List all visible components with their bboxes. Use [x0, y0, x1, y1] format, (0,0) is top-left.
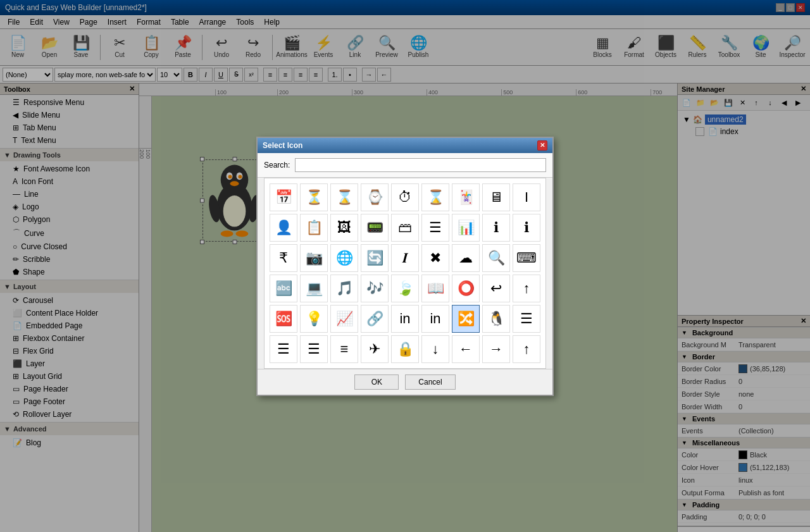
icon-cell-31[interactable]: 🍃: [391, 275, 419, 302]
icon-cell-23[interactable]: ✖: [421, 244, 449, 272]
icon-cell-51[interactable]: ←: [452, 335, 480, 363]
icon-cell-42[interactable]: 🔀: [452, 305, 480, 333]
icon-cell-20[interactable]: 🌐: [330, 244, 358, 272]
dialog-title: Select Icon: [263, 141, 302, 150]
icon-cell-48[interactable]: ✈: [361, 335, 389, 363]
icon-cell-11[interactable]: 🖼: [330, 214, 358, 242]
dialog-close-button[interactable]: ✕: [537, 140, 547, 151]
icon-cell-35[interactable]: ↑: [513, 275, 540, 302]
icon-cell-2[interactable]: ⌛: [330, 183, 358, 211]
icon-cell-34[interactable]: ↩: [482, 275, 510, 302]
icon-cell-53[interactable]: ↑: [513, 335, 540, 363]
icon-cell-38[interactable]: 📈: [330, 305, 358, 333]
icon-cell-1[interactable]: ⏳: [300, 183, 328, 211]
icon-grid: 📅⏳⌛⌚⏱⌛🃏🖥I👤📋🖼📟🗃☰📊ℹℹ₹📷🌐🔄𝑰✖☁🔍⌨🔤💻🎵🎶🍃📖⭕↩↑🆘💡📈🔗…: [270, 183, 540, 363]
icon-cell-21[interactable]: 🔄: [361, 244, 389, 272]
ok-button[interactable]: OK: [354, 374, 399, 390]
icon-cell-43[interactable]: 🐧: [482, 305, 510, 333]
icon-cell-36[interactable]: 🆘: [270, 305, 297, 333]
modal-overlay: Select Icon ✕ Search: 📅⏳⌛⌚⏱⌛🃏🖥I👤📋🖼📟🗃☰📊ℹℹ…: [0, 0, 810, 532]
icon-cell-47[interactable]: ≡: [330, 335, 358, 363]
cancel-button[interactable]: Cancel: [405, 374, 455, 390]
icon-cell-41[interactable]: in: [421, 305, 449, 333]
icon-cell-5[interactable]: ⌛: [421, 183, 449, 211]
icon-cell-32[interactable]: 📖: [421, 275, 449, 302]
icon-cell-24[interactable]: ☁: [452, 244, 480, 272]
icon-cell-25[interactable]: 🔍: [482, 244, 510, 272]
icon-cell-12[interactable]: 📟: [361, 214, 389, 242]
icon-cell-15[interactable]: 📊: [452, 214, 480, 242]
icon-cell-14[interactable]: ☰: [421, 214, 449, 242]
icon-cell-9[interactable]: 👤: [270, 214, 297, 242]
dialog-search-area: Search:: [258, 153, 552, 178]
search-input[interactable]: [295, 158, 546, 172]
icon-cell-45[interactable]: ☰: [270, 335, 297, 363]
dialog-buttons: OK Cancel: [258, 369, 552, 395]
icon-cell-27[interactable]: 🔤: [270, 275, 297, 302]
icon-cell-16[interactable]: ℹ: [482, 214, 510, 242]
icon-cell-49[interactable]: 🔒: [391, 335, 419, 363]
icon-cell-18[interactable]: ₹: [270, 244, 297, 272]
icon-cell-7[interactable]: 🖥: [482, 183, 510, 211]
icon-cell-19[interactable]: 📷: [300, 244, 328, 272]
icon-cell-39[interactable]: 🔗: [361, 305, 389, 333]
icon-cell-8[interactable]: I: [513, 183, 540, 211]
icon-cell-46[interactable]: ☰: [300, 335, 328, 363]
icon-cell-29[interactable]: 🎵: [330, 275, 358, 302]
select-icon-dialog: Select Icon ✕ Search: 📅⏳⌛⌚⏱⌛🃏🖥I👤📋🖼📟🗃☰📊ℹℹ…: [256, 137, 554, 396]
icon-cell-10[interactable]: 📋: [300, 214, 328, 242]
icon-cell-33[interactable]: ⭕: [452, 275, 480, 302]
icon-cell-44[interactable]: ☰: [513, 305, 540, 333]
search-label: Search:: [264, 161, 290, 170]
icon-cell-6[interactable]: 🃏: [452, 183, 480, 211]
icon-grid-container[interactable]: 📅⏳⌛⌚⏱⌛🃏🖥I👤📋🖼📟🗃☰📊ℹℹ₹📷🌐🔄𝑰✖☁🔍⌨🔤💻🎵🎶🍃📖⭕↩↑🆘💡📈🔗…: [264, 178, 546, 369]
icon-cell-52[interactable]: →: [482, 335, 510, 363]
icon-cell-50[interactable]: ↓: [421, 335, 449, 363]
icon-cell-13[interactable]: 🗃: [391, 214, 419, 242]
icon-cell-4[interactable]: ⏱: [391, 183, 419, 211]
icon-cell-22[interactable]: 𝑰: [391, 244, 419, 272]
icon-cell-0[interactable]: 📅: [270, 183, 297, 211]
icon-cell-30[interactable]: 🎶: [361, 275, 389, 302]
icon-cell-37[interactable]: 💡: [300, 305, 328, 333]
dialog-titlebar: Select Icon ✕: [258, 138, 552, 153]
icon-cell-17[interactable]: ℹ: [513, 214, 540, 242]
icon-cell-26[interactable]: ⌨: [513, 244, 540, 272]
icon-cell-28[interactable]: 💻: [300, 275, 328, 302]
icon-cell-40[interactable]: in: [391, 305, 419, 333]
icon-cell-3[interactable]: ⌚: [361, 183, 389, 211]
